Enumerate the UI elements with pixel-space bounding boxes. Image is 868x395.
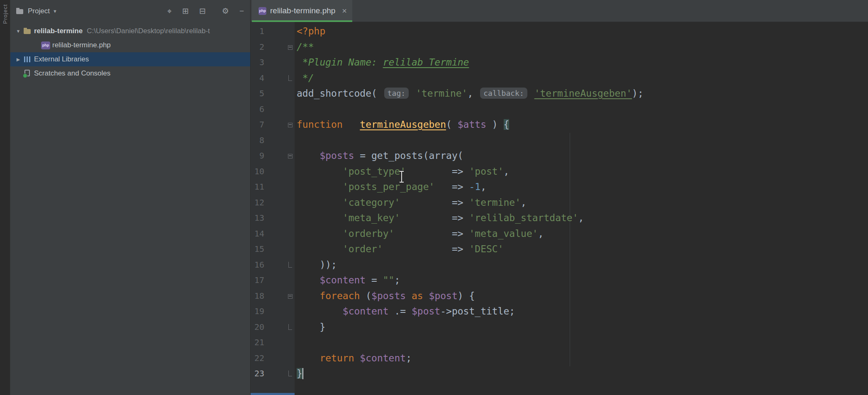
code-text: 'category' => 'termine', [295, 195, 527, 211]
code-text: */ [295, 71, 314, 86]
code-line[interactable]: 21 [251, 335, 868, 351]
collapse-all-icon[interactable]: ⊟ [199, 7, 206, 15]
tree-item-label: relilab-termine [34, 27, 83, 35]
text-caret [302, 368, 303, 379]
line-number[interactable]: 15 [251, 241, 264, 257]
code-token [297, 181, 343, 192]
code-token: 'meta_value' [469, 228, 538, 239]
line-number[interactable]: 7 [251, 117, 264, 133]
code-line[interactable]: 7function termineAusgeben( $atts ) { [251, 117, 868, 133]
line-number[interactable]: 1 [251, 24, 264, 39]
gutter-bottom-accent [251, 393, 295, 395]
code-token [297, 150, 319, 161]
code-line[interactable]: 14 'orderby' => 'meta_value', [251, 226, 868, 242]
line-number[interactable]: 4 [251, 71, 264, 86]
line-number[interactable]: 8 [251, 133, 264, 149]
code-line[interactable]: 13 'meta_key' => 'relilab_startdate', [251, 210, 868, 226]
code-text: 'orderby' => 'meta_value', [295, 226, 544, 242]
code-line[interactable]: 20 } [251, 319, 868, 335]
line-number[interactable]: 6 [251, 102, 264, 117]
tab-relilab-termine-php[interactable]: php relilab-termine.php × [252, 0, 352, 22]
code-line[interactable]: 3 *Plugin Name: relilab Termine [251, 55, 868, 71]
code-line[interactable]: 12 'category' => 'termine', [251, 195, 868, 211]
code-line[interactable]: 16 )); [251, 257, 868, 273]
code-line[interactable]: 5add_shortcode( tag: 'termine', callback… [251, 86, 868, 102]
line-number[interactable]: 22 [251, 351, 264, 366]
tree-item-relilab-termine-php[interactable]: phprelilab-termine.php [10, 38, 250, 52]
fold-column [264, 179, 295, 195]
tree-item-scratches-and-consoles[interactable]: Scratches and Consoles [10, 66, 250, 80]
line-number[interactable]: 19 [251, 304, 264, 319]
code-line[interactable]: 11 'posts_per_page' => -1, [251, 179, 868, 195]
tool-stripe-project-button[interactable]: Project [2, 4, 8, 24]
php-icon: php [41, 41, 50, 49]
line-number[interactable]: 11 [251, 179, 264, 195]
code-line[interactable]: 4 */ [251, 71, 868, 86]
tree-item-label: External Libraries [34, 55, 89, 63]
ide-window: Project Project ▼ ⌖⊞⊟⚙− ▼relilab-termine… [0, 0, 868, 395]
code-text: $content .= $post->post_title; [295, 304, 515, 319]
line-number[interactable]: 17 [251, 273, 264, 288]
code-line[interactable]: 15 'order' => 'DESC' [251, 241, 868, 257]
line-number[interactable]: 5 [251, 86, 264, 102]
fold-start-icon[interactable] [288, 294, 293, 299]
code-token: relilab Termine [383, 57, 469, 68]
code-token: = get_posts(array( [354, 150, 463, 161]
fold-end-icon[interactable] [288, 75, 292, 81]
fold-column [264, 195, 295, 211]
fold-end-icon[interactable] [288, 324, 292, 330]
editor-content[interactable]: 1<?php2/**3 *Plugin Name: relilab Termin… [251, 22, 868, 395]
line-number[interactable]: 2 [251, 39, 264, 55]
code-line[interactable]: 10 'post_type' => 'post', [251, 164, 868, 180]
line-number[interactable]: 18 [251, 288, 264, 304]
chevron-right-icon[interactable]: ▶ [14, 57, 23, 62]
code-token: } [319, 322, 325, 332]
code-line[interactable]: 6 [251, 102, 868, 117]
code-token: , [504, 166, 510, 177]
line-number[interactable]: 12 [251, 195, 264, 211]
chevron-down-icon[interactable]: ▼ [14, 29, 23, 34]
line-number[interactable]: 20 [251, 319, 264, 335]
code-line[interactable]: 18 foreach ($posts as $post) { [251, 288, 868, 304]
expand-all-icon[interactable]: ⊞ [182, 7, 189, 15]
fold-start-icon[interactable] [288, 123, 293, 127]
code-line[interactable]: 8 [251, 133, 868, 149]
line-number[interactable]: 10 [251, 164, 264, 180]
code-token [297, 244, 343, 254]
code-line[interactable]: 22 return $content; [251, 351, 868, 366]
code-line[interactable]: 17 $content = ""; [251, 273, 868, 288]
code-token [423, 290, 429, 301]
fold-column [264, 335, 295, 351]
line-number[interactable]: 9 [251, 148, 264, 164]
project-panel-title[interactable]: Project [28, 7, 50, 15]
code-token: => [452, 228, 469, 239]
tree-item-external-libraries[interactable]: ▶External Libraries [10, 52, 250, 66]
fold-column [264, 71, 295, 86]
fold-end-icon[interactable] [288, 371, 292, 376]
line-number[interactable]: 13 [251, 210, 264, 226]
code-line[interactable]: 23} [251, 366, 868, 382]
hide-panel-icon[interactable]: − [239, 7, 244, 15]
code-line[interactable]: 9 $posts = get_posts(array( [251, 148, 868, 164]
folder-icon [23, 27, 32, 36]
fold-end-icon[interactable] [288, 262, 292, 268]
close-icon[interactable]: × [342, 6, 347, 16]
fold-start-icon[interactable] [288, 45, 293, 50]
line-number[interactable]: 16 [251, 257, 264, 273]
code-line[interactable]: 2/** [251, 39, 868, 55]
chevron-down-icon[interactable]: ▼ [53, 9, 57, 14]
code-text: )); [295, 257, 337, 273]
code-line[interactable]: 19 $content .= $post->post_title; [251, 304, 868, 319]
code-line[interactable]: 1<?php [251, 24, 868, 39]
line-number[interactable]: 3 [251, 55, 264, 71]
fold-start-icon[interactable] [288, 154, 293, 158]
line-number[interactable]: 23 [251, 366, 264, 382]
locate-file-icon[interactable]: ⌖ [167, 7, 172, 15]
code-token: ; [406, 353, 412, 363]
tree-item-project-root[interactable]: ▼relilab-termineC:\Users\Daniel\Desktop\… [10, 24, 250, 38]
code-text: foreach ($posts as $post) { [295, 288, 475, 304]
line-number[interactable]: 21 [251, 335, 264, 351]
code-token [297, 259, 319, 270]
line-number[interactable]: 14 [251, 226, 264, 242]
settings-gear-icon[interactable]: ⚙ [222, 7, 229, 15]
